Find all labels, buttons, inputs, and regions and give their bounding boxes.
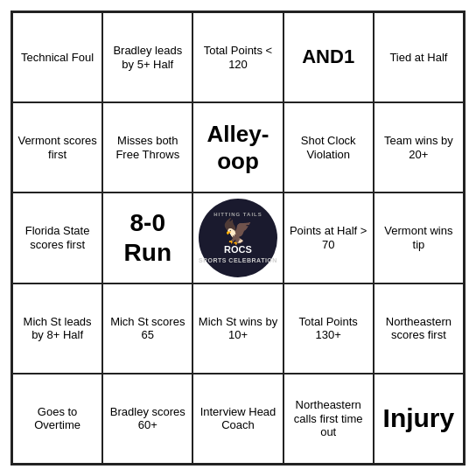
- cell-r3c1: Mich St scores 65: [102, 284, 192, 374]
- cell-r1c3: Shot Clock Violation: [284, 102, 374, 192]
- cell-r3c2: Mich St wins by 10+: [192, 284, 283, 374]
- cell-r0c2: Total Points < 120: [192, 12, 283, 102]
- center-logo: HITTING TAILS 🦅 ROCS SPORTS CELEBRATION: [199, 199, 277, 277]
- cell-r0c4: Tied at Half: [374, 12, 464, 102]
- cell-r1c1: Misses both Free Throws: [102, 102, 192, 192]
- cell-r4c2: Interview Head Coach: [192, 374, 283, 464]
- cell-r2c0: Florida State scores first: [12, 192, 102, 283]
- logo-bottom-text: SPORTS CELEBRATION: [199, 257, 277, 264]
- cell-r2c3: Points at Half > 70: [284, 192, 374, 283]
- cell-r2c2-center: HITTING TAILS 🦅 ROCS SPORTS CELEBRATION: [192, 192, 283, 283]
- cell-r4c1: Bradley scores 60+: [102, 374, 192, 464]
- bingo-card: Technical Foul Bradley leads by 5+ Half …: [10, 10, 466, 466]
- logo-main-text: ROCS: [224, 244, 252, 256]
- cell-r4c3: Northeastern calls first time out: [284, 374, 374, 464]
- cell-r1c2: Alley-oop: [192, 102, 283, 192]
- cell-r4c0: Goes to Overtime: [12, 374, 102, 464]
- cell-r3c0: Mich St leads by 8+ Half: [12, 284, 102, 374]
- bird-icon: 🦅: [222, 220, 253, 244]
- cell-r3c3: Total Points 130+: [284, 284, 374, 374]
- cell-r1c4: Team wins by 20+: [374, 102, 464, 192]
- cell-r2c4: Vermont wins tip: [374, 192, 464, 283]
- logo-top-text: HITTING TAILS: [214, 212, 262, 218]
- cell-r0c3: AND1: [284, 12, 374, 102]
- cell-r4c4: Injury: [374, 374, 464, 464]
- cell-r3c4: Northeastern scores first: [374, 284, 464, 374]
- cell-r0c1: Bradley leads by 5+ Half: [102, 12, 192, 102]
- cell-r0c0: Technical Foul: [12, 12, 102, 102]
- cell-r1c0: Vermont scores first: [12, 102, 102, 192]
- cell-r2c1: 8-0 Run: [102, 192, 192, 283]
